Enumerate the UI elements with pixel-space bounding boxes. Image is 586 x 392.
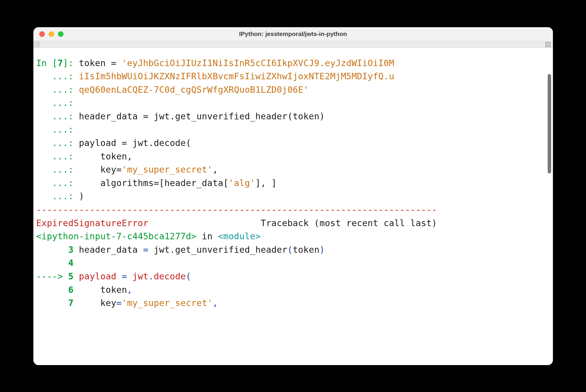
string-literal: 'my_super_secret' [122,298,213,308]
scrollbar-thumb[interactable] [548,74,551,173]
tb-op: = [116,298,121,308]
tab-menu-icon[interactable] [545,42,551,47]
tb-op: ( [186,271,191,281]
tb-code-error: decode [154,271,186,281]
indent [36,258,68,268]
error-name: ExpiredSignatureError [36,218,149,228]
continuation-prompt: ...: [36,191,79,201]
line-number: 6 [68,285,73,295]
code-text: ) [79,191,84,201]
continuation-prompt: ...: [36,98,79,108]
tab-bar [33,41,553,48]
continuation-prompt: ...: [36,111,79,121]
tb-code-error: payload [73,271,121,281]
line-number: 5 [68,271,73,281]
code-text: token = [79,58,122,68]
prompt-number: 7 [58,58,63,68]
string-literal: iIsIm5hbWUiOiJKZXNzIFRlbXBvcmFsIiwiZXhwI… [79,71,394,81]
code-text: payload = jwt.decode( [79,138,191,148]
arrow-indicator: ----> [36,271,68,281]
continuation-prompt: ...: [36,178,79,188]
code-text: ], ] [255,178,277,188]
code-text: algorithms=[header_data[ [79,178,229,188]
minimize-icon[interactable] [49,31,54,37]
string-literal: 'alg' [229,178,255,188]
line-number: 4 [68,258,73,268]
tb-op: , [127,285,132,295]
prompt-close: ]: [63,58,79,68]
tb-op: . [148,271,154,281]
tb-code: token [73,285,127,295]
tb-op: . [170,245,175,255]
indent [36,298,68,308]
code-text: key= [79,164,122,175]
traffic-lights [33,31,64,37]
line-number: 3 [68,245,73,255]
indent [36,285,68,295]
code-text: , [213,164,218,175]
prompt-in: In [ [36,58,58,68]
string-literal: 'eyJhbGciOiJIUzI1NiIsInR5cCI6IkpXVCJ9.ey… [122,58,394,68]
tb-op: ( [287,245,293,255]
error-separator: ----------------------------------------… [36,204,437,215]
tb-op: , [213,298,218,308]
string-literal: qeQ60enLaCQEZ-7C0d_cgQSrWfgXRQuoB1LZD0j0… [79,85,309,95]
traceback-location: <ipython-input-7-c445bca1277d> [36,231,197,241]
tb-op: = [122,271,127,281]
tab-stub[interactable] [33,41,39,47]
tb-code: token [293,245,319,255]
tb-op: ) [319,245,325,255]
tb-code: get_unverified_header [175,245,287,255]
continuation-prompt: ...: [36,164,79,175]
indent [36,245,68,255]
continuation-prompt: ...: [36,85,79,95]
titlebar[interactable]: IPython: jesstemporal/jwts-in-python [33,27,553,41]
window-title: IPython: jesstemporal/jwts-in-python [33,30,553,37]
tb-code: header_data [73,245,143,255]
spacer [148,218,261,228]
continuation-prompt: ...: [36,124,79,135]
tb-code: jwt [148,245,170,255]
terminal-content[interactable]: In [7]: token = 'eyJhbGciOiJIUzI1NiIsInR… [33,48,553,365]
line-number: 7 [68,298,73,308]
close-icon[interactable] [39,31,45,37]
continuation-prompt: ...: [36,71,79,81]
string-literal: 'my_super_secret' [122,164,213,175]
traceback-module: <module> [218,231,261,241]
maximize-icon[interactable] [58,31,64,37]
tb-op: = [143,245,148,255]
continuation-prompt: ...: [36,151,79,161]
tb-code: key [73,298,116,308]
traceback-label: Traceback (most recent call last) [261,218,437,228]
code-text: header_data = jwt.get_unverified_header(… [79,111,325,121]
code-text: token, [79,151,133,161]
continuation-prompt: ...: [36,138,79,148]
terminal-window: IPython: jesstemporal/jwts-in-python In … [33,27,553,365]
traceback-in: in [196,231,218,241]
tb-code-error: jwt [127,271,148,281]
